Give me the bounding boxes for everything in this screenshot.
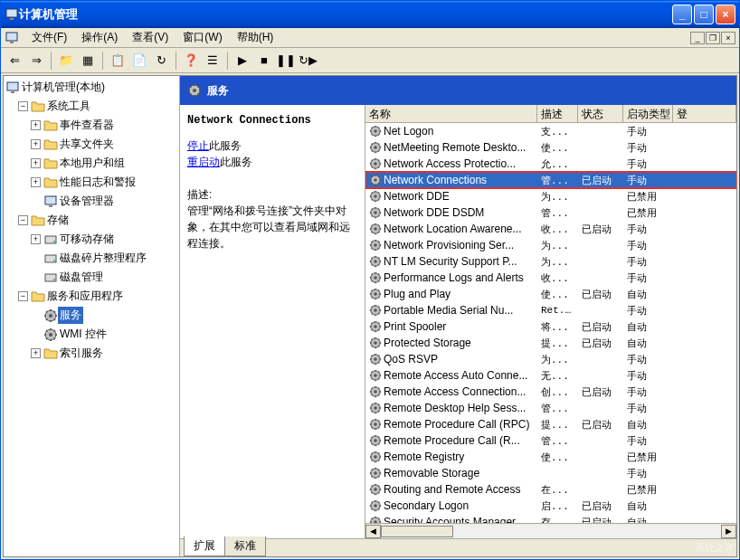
- col-desc[interactable]: 描述: [537, 105, 578, 122]
- tree-device-mgr[interactable]: 设备管理器: [5, 192, 177, 211]
- service-row[interactable]: Network Location Awarene...收...已启动手动: [365, 221, 736, 237]
- restart-link[interactable]: 重启动: [187, 156, 220, 168]
- service-row[interactable]: QoS RSVP为...手动: [365, 351, 736, 367]
- service-row[interactable]: Net Logon支...手动: [365, 123, 736, 139]
- tree-pane[interactable]: 计算机管理(本地) − 系统工具 + 事件查看器 + 共享文件夹 + 本地用户和…: [4, 76, 180, 556]
- expand-icon[interactable]: +: [31, 139, 41, 149]
- tree-wmi[interactable]: WMI 控件: [5, 325, 177, 344]
- menu-window[interactable]: 窗口(W): [176, 28, 229, 47]
- service-row[interactable]: Security Accounts Manager存...已启动自动: [365, 514, 736, 523]
- expand-icon[interactable]: +: [31, 158, 41, 168]
- collapse-icon[interactable]: −: [18, 291, 28, 301]
- col-name[interactable]: 名称: [365, 105, 537, 122]
- close-button[interactable]: ×: [716, 5, 735, 24]
- tree-storage[interactable]: − 存储: [5, 211, 177, 230]
- service-row[interactable]: Remote Procedure Call (RPC)提...已启动自动: [365, 416, 736, 432]
- service-row[interactable]: Remote Access Connection...创...已启动手动: [365, 384, 736, 400]
- services-list: 名称 描述 状态 启动类型 登 Net Logon支...手动NetMeetin…: [365, 105, 736, 538]
- mdi-minimize-button[interactable]: _: [690, 32, 705, 44]
- mdi-close-button[interactable]: ×: [721, 32, 735, 44]
- tree-services[interactable]: 服务: [5, 306, 177, 325]
- list-rows[interactable]: Net Logon支...手动NetMeeting Remote Deskto.…: [365, 123, 736, 523]
- service-row[interactable]: Protected Storage提...已启动自动: [365, 335, 736, 351]
- service-row[interactable]: Performance Logs and Alerts收...手动: [365, 270, 736, 286]
- tree-perf-logs[interactable]: + 性能日志和警报: [5, 173, 177, 192]
- scroll-track[interactable]: [381, 525, 721, 538]
- tree-disk-mgmt[interactable]: 磁盘管理: [5, 268, 177, 287]
- back-button[interactable]: ⇐: [5, 51, 24, 71]
- stop-link[interactable]: 停止: [187, 139, 209, 152]
- collapse-icon[interactable]: −: [18, 215, 28, 225]
- scroll-thumb[interactable]: [381, 526, 453, 537]
- tab-extended[interactable]: 扩展: [184, 536, 225, 556]
- expand-icon[interactable]: +: [31, 348, 41, 358]
- help-toolbar-button[interactable]: ❓: [181, 51, 201, 71]
- service-row[interactable]: NT LM Security Support P...为...手动: [365, 253, 736, 270]
- start-service-button[interactable]: ▶: [232, 51, 252, 71]
- tree-event-viewer[interactable]: + 事件查看器: [5, 116, 177, 135]
- expand-icon[interactable]: +: [31, 120, 41, 130]
- service-row[interactable]: Remote Desktop Help Sess...管...手动: [365, 400, 736, 416]
- service-row[interactable]: Secondary Logon启...已启动自动: [365, 498, 736, 514]
- col-startup[interactable]: 启动类型: [623, 105, 673, 122]
- service-row[interactable]: Network Provisioning Ser...为...手动: [365, 237, 736, 253]
- properties-button[interactable]: 📋: [108, 51, 128, 71]
- gear-icon: [369, 402, 382, 414]
- event-icon: [43, 119, 58, 133]
- tree-root[interactable]: 计算机管理(本地): [5, 78, 177, 97]
- list-header: 名称 描述 状态 启动类型 登: [365, 105, 736, 123]
- col-logon[interactable]: 登: [673, 105, 736, 122]
- restart-service-button[interactable]: ↻▶: [298, 51, 318, 71]
- services-header-icon: [187, 83, 202, 98]
- expand-icon[interactable]: +: [31, 234, 41, 244]
- service-row[interactable]: Network Access Protectio...允...手动: [365, 156, 736, 172]
- tree-indexing[interactable]: + 索引服务: [5, 344, 177, 363]
- services-icon: [43, 308, 58, 323]
- horizontal-scrollbar[interactable]: ◀ ▶: [365, 523, 736, 538]
- menu-help[interactable]: 帮助(H): [230, 28, 281, 47]
- tree-shared-folders[interactable]: + 共享文件夹: [5, 135, 177, 154]
- service-row[interactable]: Network DDE DSDM管...已禁用: [365, 204, 736, 221]
- service-row[interactable]: Remote Access Auto Conne...无...手动: [365, 367, 736, 384]
- gear-icon: [369, 255, 382, 268]
- minimize-button[interactable]: _: [672, 5, 692, 24]
- service-row[interactable]: Network Connections管...已启动手动: [365, 172, 736, 188]
- service-row[interactable]: Remote Procedure Call (R...管...手动: [365, 432, 736, 449]
- tree-local-users[interactable]: + 本地用户和组: [5, 154, 177, 173]
- refresh-button[interactable]: ↻: [151, 51, 171, 71]
- export-button[interactable]: 📄: [129, 51, 149, 71]
- tree-system-tools[interactable]: − 系统工具: [5, 97, 177, 116]
- expand-icon[interactable]: +: [31, 177, 41, 187]
- service-description: 描述: 管理“网络和拨号连接”文件夹中对象，在其中您可以查看局域网和远程连接。: [187, 186, 357, 252]
- service-row[interactable]: Portable Media Serial Nu...Ret...手动: [365, 302, 736, 318]
- mdi-restore-button[interactable]: ❐: [706, 32, 720, 44]
- service-row[interactable]: Removable Storage手动: [365, 465, 736, 481]
- service-row[interactable]: Routing and Remote Access在...已禁用: [365, 481, 736, 498]
- tree-defrag[interactable]: 磁盘碎片整理程序: [5, 249, 177, 268]
- menu-action[interactable]: 操作(A): [74, 28, 125, 47]
- scroll-left-button[interactable]: ◀: [365, 525, 381, 538]
- stop-service-button[interactable]: ■: [254, 51, 274, 71]
- forward-button[interactable]: ⇒: [26, 51, 46, 71]
- pause-service-button[interactable]: ❚❚: [276, 51, 296, 71]
- collapse-icon[interactable]: −: [18, 101, 28, 111]
- list-button[interactable]: ☰: [203, 51, 223, 71]
- gear-icon: [369, 353, 382, 365]
- info-pane: Network Connections 停止此服务 重启动此服务 描述: 管理“…: [180, 105, 365, 538]
- gear-icon: [369, 337, 382, 349]
- service-row[interactable]: Network DDE为...已禁用: [365, 188, 736, 204]
- service-row[interactable]: Remote Registry使...已禁用: [365, 449, 736, 465]
- col-status[interactable]: 状态: [578, 105, 623, 122]
- up-button[interactable]: 📁: [56, 51, 76, 71]
- tab-standard[interactable]: 标准: [224, 536, 266, 556]
- maximize-button[interactable]: □: [694, 5, 714, 24]
- menu-file[interactable]: 文件(F): [24, 28, 74, 47]
- service-row[interactable]: NetMeeting Remote Deskto...使...手动: [365, 139, 736, 156]
- show-hide-button[interactable]: ▦: [78, 51, 98, 71]
- tree-services-apps[interactable]: − 服务和应用程序: [5, 287, 177, 306]
- menu-view[interactable]: 查看(V): [125, 28, 176, 47]
- scroll-right-button[interactable]: ▶: [721, 525, 736, 538]
- service-row[interactable]: Print Spooler将...已启动自动: [365, 318, 736, 335]
- tree-removable[interactable]: + 可移动存储: [5, 230, 177, 249]
- service-row[interactable]: Plug and Play使...已启动自动: [365, 286, 736, 302]
